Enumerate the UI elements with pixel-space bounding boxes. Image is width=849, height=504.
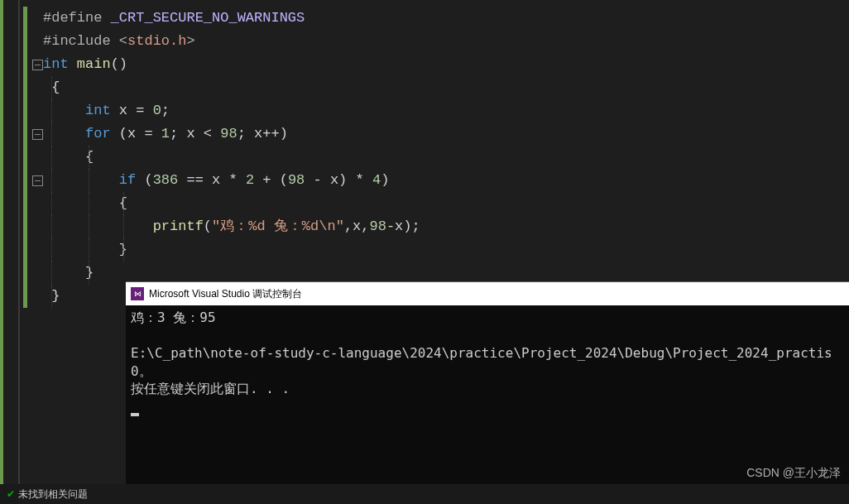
code-line: { — [43, 76, 849, 99]
console-output: 鸡：3 兔：95 E:\C_path\note-of-study-c-langu… — [126, 305, 849, 420]
fold-toggle-icon[interactable] — [32, 60, 43, 70]
code-line: int x = 0; — [43, 99, 849, 122]
status-bar: ✔ 未找到相关问题 — [0, 484, 849, 504]
code-line: if (386 == x * 2 + (98 - x) * 4) — [43, 169, 849, 192]
gutter — [0, 0, 43, 484]
code-line: #define _CRT_SECURE_NO_WARNINGS — [43, 7, 849, 30]
fold-toggle-icon[interactable] — [32, 175, 43, 186]
code-line: printf("鸡：%d 兔：%d\n",x,98-x); — [43, 215, 849, 238]
console-titlebar[interactable]: ⋈ Microsoft Visual Studio 调试控制台 — [126, 282, 849, 305]
code-line: { — [43, 192, 849, 215]
cursor-icon — [131, 413, 139, 416]
code-line: } — [43, 238, 849, 262]
code-line: { — [43, 146, 849, 169]
vs-icon: ⋈ — [131, 287, 144, 300]
code-line: #include <stdio.h> — [43, 30, 849, 53]
status-no-issues[interactable]: ✔ 未找到相关问题 — [0, 484, 94, 504]
watermark: CSDN @王小龙泽 — [746, 466, 841, 481]
console-title-text: Microsoft Visual Studio 调试控制台 — [149, 287, 302, 301]
debug-console[interactable]: ⋈ Microsoft Visual Studio 调试控制台 鸡：3 兔：95… — [126, 281, 849, 484]
fold-toggle-icon[interactable] — [32, 129, 43, 140]
code-line: int main() — [43, 53, 849, 76]
code-line: for (x = 1; x < 98; x++) — [43, 122, 849, 146]
check-icon: ✔ — [7, 488, 15, 500]
